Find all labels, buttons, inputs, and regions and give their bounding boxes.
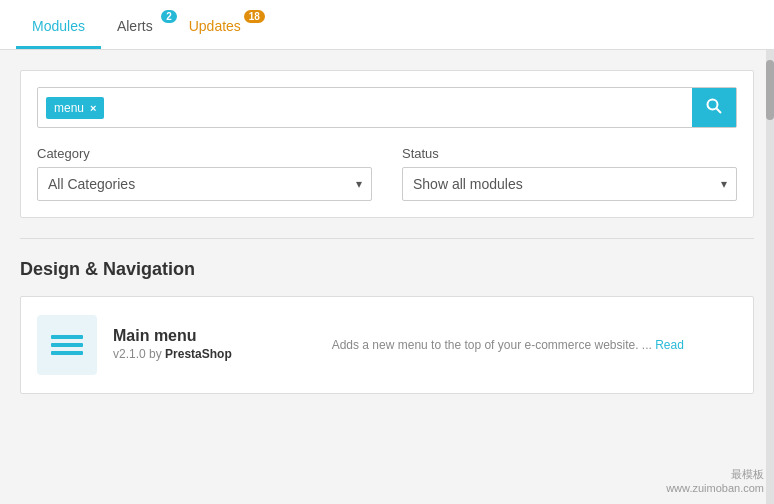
module-name: Main menu [113, 327, 316, 345]
svg-rect-4 [51, 351, 83, 355]
status-select-wrapper: Show all modules Enabled modules Disable… [402, 167, 737, 201]
svg-point-0 [708, 100, 718, 110]
scrollbar[interactable] [766, 50, 774, 504]
svg-rect-2 [51, 335, 83, 339]
search-icon [706, 98, 722, 114]
module-read-more[interactable]: Read [655, 338, 684, 352]
search-tag-close[interactable]: × [90, 102, 96, 114]
main-content: menu × Category All Categor [0, 50, 774, 504]
module-desc-text: Adds a new menu to the top of your e-com… [332, 338, 652, 352]
category-select-wrapper: All Categories Design & Navigation Front… [37, 167, 372, 201]
search-section: menu × Category All Categor [20, 70, 754, 218]
category-select[interactable]: All Categories Design & Navigation Front… [37, 167, 372, 201]
module-meta: v2.1.0 by PrestaShop [113, 347, 316, 361]
watermark-line2: www.zuimoban.com [666, 482, 764, 494]
module-description: Adds a new menu to the top of your e-com… [332, 338, 737, 352]
tab-alerts[interactable]: Alerts 2 [101, 4, 173, 49]
watermark: 最模板 www.zuimoban.com [666, 467, 764, 494]
section-divider [20, 238, 754, 239]
search-tag-text: menu [54, 101, 84, 115]
tab-modules-label: Modules [32, 18, 85, 34]
module-icon [49, 331, 85, 359]
status-filter-group: Status Show all modules Enabled modules … [402, 146, 737, 201]
scrollbar-thumb[interactable] [766, 60, 774, 120]
module-info: Main menu v2.1.0 by PrestaShop [113, 327, 316, 363]
svg-line-1 [717, 109, 722, 114]
tab-alerts-label: Alerts [117, 18, 153, 34]
module-author-prefix: by [149, 347, 162, 361]
search-row: menu × [37, 87, 737, 128]
filters-row: Category All Categories Design & Navigat… [37, 146, 737, 201]
section-title: Design & Navigation [20, 259, 754, 280]
svg-rect-3 [51, 343, 83, 347]
search-input[interactable] [112, 94, 692, 122]
module-author: PrestaShop [165, 347, 232, 361]
tab-updates-label: Updates [189, 18, 241, 34]
tabs-bar: Modules Alerts 2 Updates 18 [0, 0, 774, 50]
category-label: Category [37, 146, 372, 161]
category-filter-group: Category All Categories Design & Navigat… [37, 146, 372, 201]
module-icon-wrapper [37, 315, 97, 375]
status-label: Status [402, 146, 737, 161]
module-version: v2.1.0 [113, 347, 146, 361]
tab-modules[interactable]: Modules [16, 4, 101, 49]
search-button[interactable] [692, 88, 736, 127]
updates-badge: 18 [244, 10, 265, 23]
watermark-line1: 最模板 [666, 467, 764, 482]
tab-updates[interactable]: Updates 18 [173, 4, 261, 49]
module-card: Main menu v2.1.0 by PrestaShop Adds a ne… [20, 296, 754, 394]
search-tag: menu × [46, 97, 104, 119]
status-select[interactable]: Show all modules Enabled modules Disable… [402, 167, 737, 201]
